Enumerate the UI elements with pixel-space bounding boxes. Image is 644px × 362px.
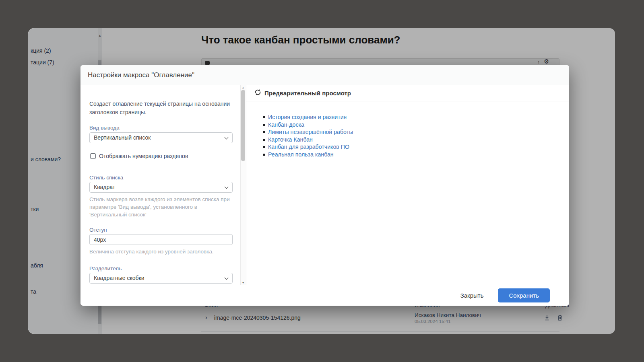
list-style-help: Стиль маркера возле каждого из элементов…	[89, 195, 234, 218]
separator-select[interactable]: Квадратные скобки	[89, 273, 233, 284]
indent-help: Величина отступа каждого из уровней заго…	[89, 248, 234, 255]
save-button[interactable]: Сохранить	[498, 288, 550, 302]
output-type-value: Вертикальный список	[94, 134, 151, 141]
toc-link[interactable]: Канбан-доска	[268, 121, 304, 128]
list-style-select[interactable]: Квадрат	[89, 182, 233, 193]
list-item: Карточка Канбан	[254, 136, 353, 144]
macro-settings-form: Создает оглавление текущей страницы на о…	[80, 85, 246, 285]
list-item: Канбан-доска	[254, 121, 353, 129]
list-style-label: Стиль списка	[89, 175, 123, 181]
output-type-label: Вид вывода	[89, 125, 120, 131]
numbering-checkbox-label[interactable]: Отображать нумерацию разделов	[99, 153, 188, 159]
form-scrollbar-thumb[interactable]	[241, 90, 245, 161]
separator-value: Квадратные скобки	[94, 275, 144, 281]
chevron-down-icon	[225, 276, 229, 280]
list-item: Реальная польза канбан	[254, 151, 353, 158]
toc-link[interactable]: Лимиты незавершённой работы	[268, 129, 353, 135]
dialog-footer: Закрыть Сохранить	[80, 285, 569, 306]
list-item: История создания и развития	[254, 113, 353, 121]
indent-input[interactable]	[89, 234, 233, 245]
output-type-select[interactable]: Вертикальный список	[89, 132, 233, 143]
scroll-down-icon[interactable]: ▼	[240, 281, 246, 284]
toc-link[interactable]: Карточка Канбан	[268, 136, 313, 143]
macro-description: Создает оглавление текущей страницы на о…	[89, 100, 237, 117]
toc-link[interactable]: История создания и развития	[268, 114, 347, 120]
chevron-down-icon	[225, 185, 229, 189]
list-item: Канбан для разработчиков ПО	[254, 143, 353, 151]
numbering-checkbox[interactable]	[90, 153, 96, 159]
macro-settings-dialog: Настройки макроса "Оглавление" Создает о…	[80, 65, 569, 306]
toc-link[interactable]: Канбан для разработчиков ПО	[268, 144, 349, 150]
refresh-icon[interactable]	[254, 89, 261, 97]
dialog-title: Настройки макроса "Оглавление"	[80, 65, 569, 85]
scroll-up-icon[interactable]: ▲	[240, 86, 246, 89]
indent-label: Отступ	[89, 227, 107, 233]
chevron-down-icon	[225, 136, 229, 140]
preview-title: Предварительный просмотр	[264, 90, 351, 97]
preview-header: Предварительный просмотр	[246, 85, 569, 101]
separator-label: Разделитель	[89, 265, 122, 272]
toc-link[interactable]: Реальная польза канбан	[268, 151, 334, 158]
toc-preview-list: История создания и развития Канбан-доска…	[254, 113, 353, 158]
preview-panel: Предварительный просмотр История создани…	[246, 85, 569, 285]
close-button[interactable]: Закрыть	[460, 292, 484, 299]
list-item: Лимиты незавершённой работы	[254, 128, 353, 136]
dialog-header: Настройки макроса "Оглавление"	[80, 65, 569, 85]
list-style-value: Квадрат	[94, 184, 115, 190]
